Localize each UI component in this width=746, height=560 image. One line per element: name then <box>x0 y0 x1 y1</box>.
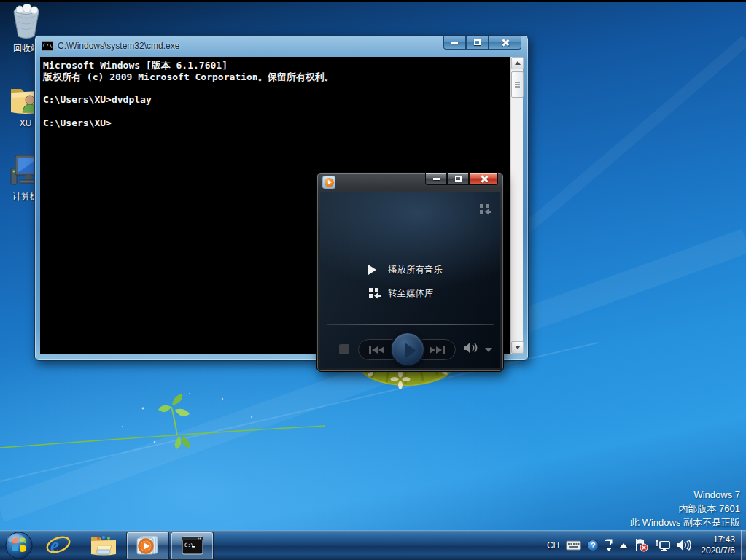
internet-explorer-icon: e <box>44 533 72 558</box>
play-icon <box>405 343 416 359</box>
cmd-titlebar[interactable]: C:\ C:\Windows\system32\cmd.exe <box>35 36 528 56</box>
clock-date: 2020/7/6 <box>701 545 735 556</box>
windows-logo-icon <box>5 532 33 559</box>
switch-to-library-icon[interactable] <box>479 203 491 215</box>
watermark-line-2: 内部版本 7601 <box>630 502 740 516</box>
media-player-window[interactable]: 播放所有音乐 转至媒体库 <box>316 172 504 372</box>
play-button[interactable] <box>390 332 425 367</box>
svg-text:C:\: C:\ <box>184 542 194 548</box>
network-icon[interactable] <box>654 539 670 551</box>
cmd-console-text: Microsoft Windows [版本 6.1.7601] 版权所有 (c)… <box>43 59 507 129</box>
scrollbar-up-button[interactable] <box>511 57 524 69</box>
next-button[interactable] <box>430 346 445 354</box>
go-to-library-item[interactable]: 转至媒体库 <box>368 285 443 301</box>
wmp-minimize-button[interactable] <box>425 173 447 185</box>
play-icon <box>368 265 376 275</box>
taskbar-ie-button[interactable]: e <box>36 532 81 560</box>
wmp-now-playing-area[interactable]: 播放所有音乐 转至媒体库 <box>320 192 500 368</box>
console-line <box>43 106 507 117</box>
console-line <box>43 82 507 94</box>
previous-button[interactable] <box>369 346 384 354</box>
minimize-icon <box>451 42 458 44</box>
help-icon[interactable]: ? <box>587 540 599 551</box>
volume-icon[interactable] <box>463 341 479 354</box>
menu-item-label: 转至媒体库 <box>388 287 434 300</box>
cmd-close-button[interactable] <box>489 36 521 50</box>
chevron-down-icon <box>606 548 612 551</box>
cmd-icon: C:\ <box>181 535 204 556</box>
genuine-watermark: Windows 7 内部版本 7601 此 Windows 副本不是正版 <box>630 488 740 529</box>
taskbar-explorer-button[interactable] <box>81 532 126 560</box>
library-icon <box>368 287 381 299</box>
next-icon <box>430 346 435 354</box>
explorer-folder-icon <box>90 534 117 557</box>
cmd-window-title: C:\Windows\system32\cmd.exe <box>58 41 179 51</box>
desktop: 回收站 XU 计算机 Windows 7 内部版本 7601 此 Windows… <box>0 0 746 560</box>
system-tray: CH ? <box>547 530 746 560</box>
wmp-transport-controls <box>320 332 500 368</box>
wmp-close-button[interactable] <box>469 173 498 185</box>
cmd-maximize-button[interactable] <box>466 36 489 50</box>
wmp-titlebar[interactable] <box>317 173 503 192</box>
media-player-icon <box>135 534 161 557</box>
tray-clock[interactable]: 17:43 2020/7/6 <box>701 534 735 556</box>
console-line: Microsoft Windows [版本 6.1.7601] <box>43 59 507 71</box>
volume-dropdown-caret[interactable] <box>485 348 492 352</box>
watermark-line-3: 此 Windows 副本不是正版 <box>630 516 740 529</box>
clock-time: 17:43 <box>701 534 735 545</box>
menu-item-label: 播放所有音乐 <box>388 264 443 276</box>
scrollbar-thumb[interactable] <box>511 71 524 98</box>
watermark-line-1: Windows 7 <box>630 488 740 502</box>
show-desktop-button[interactable] <box>741 530 746 560</box>
play-all-music-item[interactable]: 播放所有音乐 <box>368 262 443 278</box>
console-line: C:\Users\XU>dvdplay <box>43 94 507 106</box>
taskbar[interactable]: e <box>0 530 746 560</box>
keyboard-layout-icon[interactable] <box>566 540 581 551</box>
action-center-flag-icon[interactable] <box>634 538 648 552</box>
scrollbar-down-button[interactable] <box>511 341 524 354</box>
cmd-app-icon: C:\ <box>42 41 53 51</box>
maximize-icon <box>474 39 481 45</box>
console-line: 版权所有 (c) 2009 Microsoft Corporation。保留所有… <box>43 71 507 82</box>
language-indicator[interactable]: CH <box>547 540 559 551</box>
start-button[interactable] <box>4 532 34 559</box>
wmp-seek-bar[interactable] <box>327 324 494 325</box>
console-line: C:\Users\XU> <box>43 117 507 129</box>
previous-icon <box>369 346 371 354</box>
taskbar-wmp-button[interactable] <box>126 532 169 560</box>
language-bar-restore[interactable] <box>605 539 613 551</box>
cmd-caption-buttons <box>443 36 521 50</box>
close-icon <box>501 39 509 47</box>
volume-tray-icon[interactable] <box>676 539 691 551</box>
wmp-caption-buttons <box>425 173 498 185</box>
show-hidden-icons-button[interactable] <box>620 543 627 548</box>
cmd-minimize-button[interactable] <box>443 36 466 50</box>
arrow-down-icon <box>515 346 521 349</box>
wmp-app-icon <box>322 176 335 189</box>
restore-window-icon <box>605 540 611 545</box>
minimize-icon <box>433 178 440 180</box>
wmp-maximize-button[interactable] <box>447 173 469 185</box>
taskbar-cmd-button[interactable]: C:\ <box>171 532 214 560</box>
maximize-icon <box>455 176 462 182</box>
cmd-scrollbar[interactable] <box>510 57 523 354</box>
wmp-quick-menu: 播放所有音乐 转至媒体库 <box>368 262 443 308</box>
screen-top-edge <box>0 0 746 2</box>
arrow-up-icon <box>515 61 521 65</box>
close-icon <box>480 175 488 183</box>
stop-button[interactable] <box>339 344 349 354</box>
